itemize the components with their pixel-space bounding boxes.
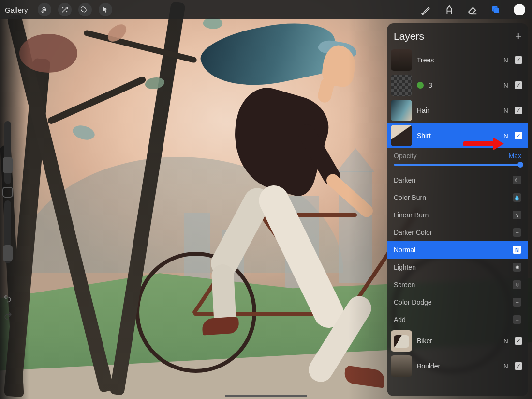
svg-rect-3	[494, 8, 499, 13]
brush-size-slider[interactable]	[4, 121, 11, 184]
top-toolbar: Gallery	[0, 0, 532, 19]
blend-mode-label: Linear Burn	[394, 211, 429, 219]
blend-mode-label: Color Burn	[394, 194, 426, 201]
layer-blend-indicator[interactable]: N	[502, 57, 510, 64]
svg-point-1	[66, 11, 67, 12]
layer-thumb	[391, 100, 412, 121]
selected-layer-blend-indicator[interactable]: N	[502, 132, 510, 139]
svg-point-0	[62, 7, 63, 8]
sun-icon: ✺	[513, 263, 521, 272]
layer-row-biker[interactable]: Biker N ✓	[387, 328, 528, 353]
opacity-value: Max	[509, 152, 521, 160]
blend-mode-label: Normal	[394, 246, 415, 254]
home-indicator	[225, 395, 307, 397]
layer-row-group-3[interactable]: 3 N ✓	[387, 73, 528, 98]
layer-row-boulder[interactable]: Boulder N ✓	[387, 353, 528, 379]
layers-panel-title: Layers	[394, 31, 424, 42]
layer-thumb	[391, 75, 412, 96]
redo-button[interactable]	[3, 311, 13, 321]
blend-mode-label: Color Dodge	[394, 298, 432, 306]
pointer-icon[interactable]	[99, 3, 112, 16]
layer-name: Shirt	[417, 132, 497, 139]
gallery-button[interactable]: Gallery	[5, 6, 31, 14]
opacity-slider[interactable]	[394, 164, 521, 166]
layer-thumb	[391, 49, 412, 71]
blend-mode-linear-burn[interactable]: Linear Burn ϟ	[387, 206, 528, 224]
layer-thumb	[391, 330, 412, 352]
plus-square-icon: ＋	[513, 315, 521, 324]
layer-blend-indicator[interactable]: N	[502, 363, 510, 370]
blend-mode-color-dodge[interactable]: Color Dodge ＋	[387, 293, 528, 311]
blend-mode-label: Screen	[394, 281, 415, 289]
layer-visible-checkbox[interactable]: ✓	[515, 81, 522, 89]
blend-mode-label: Lighten	[394, 263, 416, 271]
add-layer-button[interactable]: +	[515, 30, 521, 43]
undo-button[interactable]	[3, 293, 13, 303]
layer-name: 3	[429, 81, 497, 89]
layer-name: Boulder	[417, 362, 497, 370]
drop-icon: 💧	[513, 193, 521, 202]
blend-mode-color-burn[interactable]: Color Burn 💧	[387, 189, 528, 206]
blend-mode-screen[interactable]: Screen ≋	[387, 276, 528, 293]
layer-name: Biker	[417, 337, 497, 345]
brush-opacity-slider[interactable]	[4, 200, 11, 263]
opacity-row: Opacity Max	[387, 148, 528, 161]
plus-circle-icon: ＋	[513, 298, 521, 307]
layers-panel: Layers + Trees N ✓ 3 N ✓ Hair N ✓ Shirt …	[387, 23, 528, 396]
modifier-button[interactable]	[2, 187, 13, 198]
plus-circle-icon: ＋	[513, 228, 521, 237]
blend-mode-label: Darker Color	[394, 229, 432, 236]
layer-visible-checkbox[interactable]: ✓	[515, 107, 522, 114]
left-sidebar	[1, 121, 15, 321]
layer-row-hair[interactable]: Hair N ✓	[387, 98, 528, 123]
lines-icon: ≋	[513, 280, 521, 289]
layer-thumb	[391, 355, 412, 377]
layer-name: Trees	[417, 56, 497, 64]
flame-icon: ϟ	[513, 211, 521, 219]
blend-mode-label: Add	[394, 316, 406, 323]
blend-mode-add[interactable]: Add ＋	[387, 311, 528, 328]
color-swatch[interactable]	[514, 4, 525, 15]
moon-icon: ☾	[513, 176, 521, 184]
layer-thumb	[391, 125, 412, 146]
select-icon[interactable]	[78, 3, 92, 16]
layer-row-shirt[interactable]: Shirt N ✓	[387, 123, 528, 148]
brush-icon[interactable]	[421, 4, 431, 15]
layer-blend-indicator[interactable]: N	[502, 107, 510, 114]
layer-visible-checkbox[interactable]: ✓	[515, 362, 522, 370]
opacity-label: Opacity	[394, 152, 416, 160]
blend-mode-lighten[interactable]: Lighten ✺	[387, 259, 528, 276]
layer-visible-checkbox[interactable]: ✓	[515, 56, 522, 64]
smudge-icon[interactable]	[444, 4, 455, 15]
blend-mode-darken[interactable]: Darken ☾	[387, 171, 528, 189]
wrench-icon[interactable]	[38, 3, 51, 16]
blend-mode-normal[interactable]: Normal N	[387, 241, 528, 259]
blend-mode-label: Darken	[394, 176, 415, 184]
layer-row-trees[interactable]: Trees N ✓	[387, 47, 528, 73]
eraser-icon[interactable]	[467, 4, 478, 15]
layer-name: Hair	[417, 107, 497, 114]
layer-blend-indicator[interactable]: N	[502, 338, 510, 345]
layer-blend-indicator[interactable]: N	[502, 82, 510, 89]
blend-mode-darker-color[interactable]: Darker Color ＋	[387, 224, 528, 241]
wand-icon[interactable]	[58, 3, 72, 16]
group-dot-icon	[417, 82, 424, 89]
layer-visible-checkbox[interactable]: ✓	[515, 132, 522, 139]
n-badge-icon: N	[513, 246, 521, 254]
layers-icon[interactable]	[490, 4, 501, 15]
layer-visible-checkbox[interactable]: ✓	[515, 337, 522, 345]
